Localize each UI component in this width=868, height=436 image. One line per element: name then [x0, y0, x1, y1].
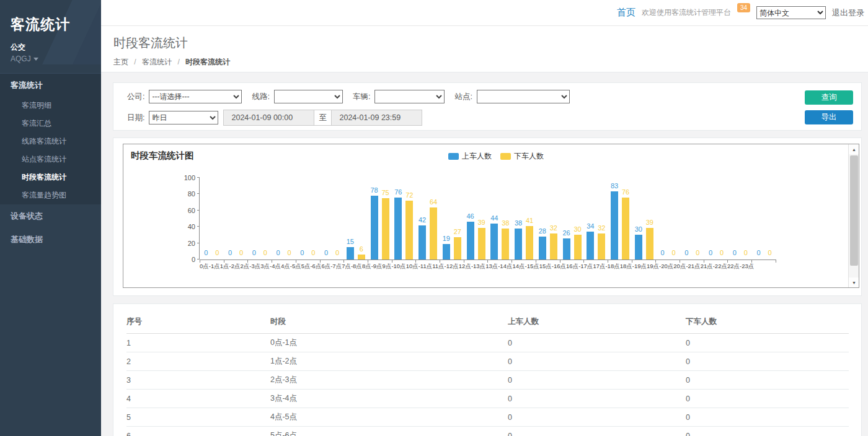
bar-value-label: 0 [661, 249, 665, 256]
bar-value-label: 0 [744, 249, 748, 256]
bar-group: 00 [728, 178, 753, 259]
bar-value-label: 39 [478, 219, 485, 226]
y-tick-label: 80 [188, 190, 195, 198]
sidebar-item-站点客流统计[interactable]: 站点客流统计 [0, 150, 101, 168]
bar: 32 [550, 233, 557, 259]
station-label: 站点: [454, 92, 472, 102]
notification-badge[interactable]: 34 [737, 3, 750, 12]
date-range-separator: 至 [314, 110, 331, 126]
x-tick-label: 9点-10点 [383, 263, 406, 271]
bar-group: 00 [680, 178, 704, 259]
table-row: 32点-3点00 [126, 371, 849, 390]
language-select[interactable]: 简体中文 [756, 6, 826, 19]
breadcrumb-section[interactable]: 客流统计 [142, 58, 172, 66]
legend-swatch [500, 153, 511, 160]
scroll-up-arrow-icon[interactable]: ▲ [849, 144, 859, 154]
bar-value-label: 0 [684, 249, 688, 256]
table-cell: 3点-4点 [270, 390, 508, 408]
bar-group: 00 [248, 178, 272, 259]
sidebar-item-客流汇总[interactable]: 客流汇总 [0, 115, 101, 133]
bar-group: 00 [200, 178, 224, 259]
chart-scrollbar[interactable]: ▲ ▼ [848, 144, 859, 287]
y-tick-label: 20 [188, 240, 195, 247]
x-tick-label: 5点-6点 [301, 263, 322, 271]
bar: 83 [611, 191, 618, 259]
hourly-stats-table: 序号时段上车人数下车人数 10点-1点0021点-2点0032点-3点0043点… [126, 312, 849, 436]
bar: 41 [526, 226, 533, 259]
bar-value-label: 38 [502, 219, 509, 227]
bar: 38 [515, 229, 522, 259]
bar-group: 00 [224, 178, 248, 259]
bar-group: 3039 [632, 178, 657, 259]
y-tick [197, 193, 200, 194]
export-button[interactable]: 导出 [805, 110, 853, 124]
sidebar-item-客流统计[interactable]: 客流统计 [0, 74, 101, 97]
bar-group: 4264 [416, 178, 440, 259]
legend-item[interactable]: 上车人数 [448, 151, 492, 162]
table-cell: 1 [126, 334, 270, 352]
bar-value-label: 6 [360, 245, 363, 253]
topbar: 首页 欢迎使用客流统计管理平台 34 简体中文 退出登录 [101, 0, 868, 26]
sidebar-item-客流量趋势图[interactable]: 客流量趋势图 [0, 186, 101, 204]
sidebar-item-线路客流统计[interactable]: 线路客流统计 [0, 133, 101, 150]
scrollbar-thumb[interactable] [850, 155, 858, 266]
table-row: 43点-4点00 [126, 390, 849, 408]
x-tick-label: 14点-15点 [512, 263, 539, 271]
company-select[interactable]: ---请选择--- [149, 90, 242, 103]
table-cell: 0 [508, 352, 686, 371]
vehicle-label: 车辆: [353, 92, 370, 102]
bar-value-label: 32 [550, 224, 557, 232]
bar-group: 8376 [608, 178, 632, 259]
table-cell: 0 [508, 390, 686, 408]
sidebar-item-设备状态[interactable]: 设备状态 [0, 204, 101, 228]
bar-value-label: 0 [757, 249, 761, 256]
breadcrumb-current: 时段客流统计 [185, 58, 230, 66]
x-tick-label: 20点-21点 [673, 263, 700, 271]
bar: 39 [478, 228, 485, 259]
chart-scroll-container: 时段车流统计图 上车人数下车人数 00000000000015678757672… [123, 144, 859, 288]
table-cell: 0 [686, 334, 849, 352]
y-tick [197, 243, 200, 243]
bar-group: 2630 [560, 178, 584, 259]
bar: 30 [574, 235, 582, 259]
table-cell: 4点-5点 [270, 408, 508, 427]
org-label: 公交 [11, 42, 101, 53]
bar-group: 7672 [392, 178, 416, 259]
bar-value-label: 41 [526, 217, 533, 224]
bar-group: 00 [704, 178, 728, 259]
date-to-input[interactable]: 2024-01-09 23:59 [331, 110, 422, 126]
main-content: 公司: ---请选择--- 线路: 车辆: 站点: 日期: 昨日 2024-01… [101, 72, 868, 436]
table-column-header: 下车人数 [686, 312, 849, 334]
line-select[interactable] [274, 90, 343, 103]
search-button[interactable]: 查询 [805, 90, 853, 105]
scroll-down-arrow-icon[interactable]: ▼ [849, 277, 859, 287]
sidebar-item-时段客流统计[interactable]: 时段客流统计 [0, 168, 101, 186]
date-from-input[interactable]: 2024-01-09 00:00 [223, 110, 314, 126]
bar-value-label: 28 [539, 227, 546, 235]
home-link[interactable]: 首页 [617, 7, 636, 19]
bar-value-label: 0 [311, 249, 315, 256]
sidebar-item-客流明细[interactable]: 客流明细 [0, 97, 101, 115]
legend-item[interactable]: 下车人数 [500, 151, 544, 162]
table-cell: 0 [508, 371, 686, 390]
table-row: 10点-1点00 [126, 334, 849, 352]
x-axis-line [200, 259, 776, 260]
line-label: 线路: [252, 92, 269, 102]
x-tick-label: 2点-3点 [240, 263, 260, 271]
date-preset-select[interactable]: 昨日 [149, 111, 218, 124]
logout-link[interactable]: 退出登录 [832, 7, 864, 19]
bar-value-label: 38 [515, 219, 522, 227]
bar-value-label: 46 [467, 212, 474, 220]
bar-value-label: 0 [335, 249, 339, 256]
table-panel: 序号时段上车人数下车人数 10点-1点0021点-2点0032点-3点0043点… [113, 303, 862, 436]
x-axis-labels: 0点-1点1点-2点2点-3点3点-4点4点-5点5点-6点6点-7点7点-8点… [200, 263, 776, 271]
station-select[interactable] [477, 90, 570, 103]
x-tick-label: 22点-23点 [727, 263, 754, 271]
bar: 19 [443, 244, 450, 259]
bar: 75 [382, 198, 389, 259]
account-dropdown[interactable]: AQGJ [11, 54, 101, 63]
bar-value-label: 0 [288, 249, 291, 256]
sidebar-item-基础数据[interactable]: 基础数据 [0, 228, 101, 251]
breadcrumb-home[interactable]: 主页 [113, 58, 128, 66]
vehicle-select[interactable] [374, 90, 445, 103]
